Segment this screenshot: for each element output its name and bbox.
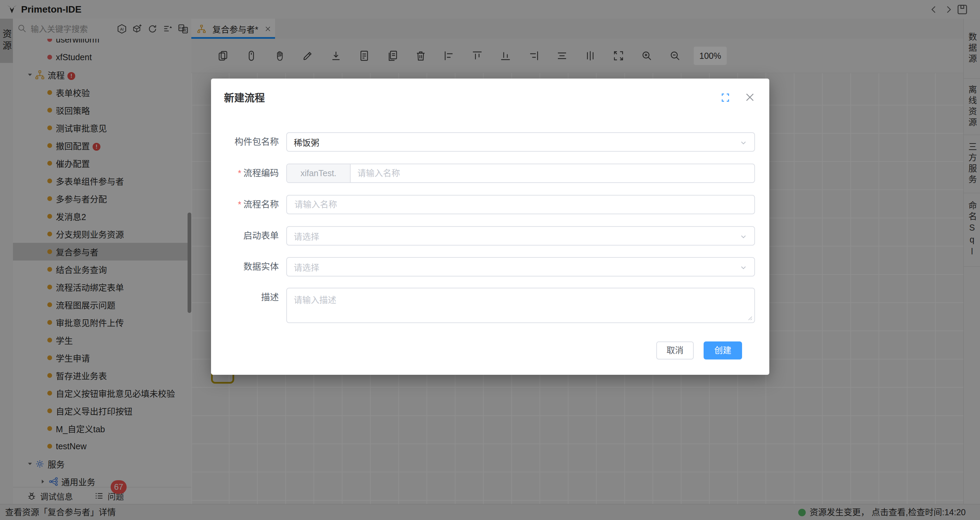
field-name-label: *流程名称 (238, 195, 279, 214)
data-entity-placeholder: 请选择 (294, 261, 319, 273)
new-process-dialog: 新建流程 构件包名称 稀饭粥 *流程编码 xifanTest. (211, 79, 769, 375)
description-textarea[interactable] (287, 289, 754, 322)
chevron-down-icon (739, 139, 748, 147)
fullscreen-icon[interactable] (720, 92, 731, 103)
data-entity-select[interactable]: 请选择 (286, 257, 755, 276)
field-code-label: *流程编码 (238, 163, 279, 183)
field-start-form: 启动表单 请选择 (211, 226, 769, 246)
name-input-wrap (286, 195, 755, 214)
create-button[interactable]: 创建 (703, 341, 742, 360)
resize-grip-icon[interactable] (747, 315, 753, 321)
app-window: Primeton-IDE 资源 AIEn文 userwilformxfStude… (0, 0, 980, 520)
start-form-placeholder: 请选择 (294, 230, 319, 242)
field-start-form-label: 启动表单 (243, 226, 279, 246)
package-select[interactable]: 稀饭粥 (286, 132, 755, 152)
chevron-down-icon (739, 263, 748, 272)
package-select-value: 稀饭粥 (294, 136, 319, 148)
field-package-label: 构件包名称 (234, 132, 279, 152)
cancel-button[interactable]: 取消 (656, 341, 694, 360)
code-prefix: xifanTest. (287, 164, 351, 182)
name-input[interactable] (294, 195, 754, 214)
code-input-group: xifanTest. (286, 163, 755, 183)
field-name: *流程名称 (211, 195, 769, 214)
start-form-select[interactable]: 请选择 (286, 226, 755, 246)
field-data-entity-label: 数据实体 (243, 257, 279, 276)
field-code: *流程编码 xifanTest. (211, 163, 769, 183)
field-package: 构件包名称 稀饭粥 (211, 132, 769, 152)
description-textarea-wrap (286, 288, 755, 323)
field-description-label: 描述 (261, 288, 279, 307)
dialog-title: 新建流程 (224, 89, 265, 105)
close-icon[interactable] (744, 92, 756, 103)
chevron-down-icon (739, 233, 748, 241)
code-input[interactable] (357, 164, 754, 182)
field-data-entity: 数据实体 请选择 (211, 257, 769, 276)
